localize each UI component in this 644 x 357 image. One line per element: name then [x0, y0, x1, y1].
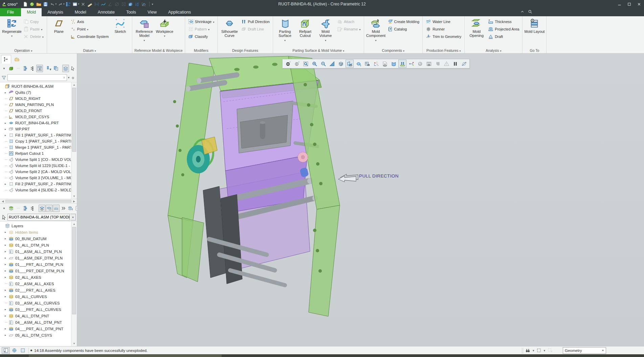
coordinate-system-button[interactable]: Coordinate System [69, 33, 110, 40]
section-view-button[interactable] [346, 60, 354, 68]
capped-section-button[interactable] [354, 60, 362, 68]
thickness-button[interactable]: Thickness [487, 18, 520, 25]
new-file-button[interactable] [22, 1, 28, 7]
tree-row-04-asm-all-dtm-pnt[interactable]: 04__ASM_ALL_DTM_PNT [0, 319, 77, 326]
tree-row-volume-split-2-ca-mold-volume[interactable]: Volume Split 2 [CA - MOLD VOLUME] [0, 169, 77, 175]
silhouette-curve-button[interactable]: Silhouette Curve [219, 17, 240, 47]
layer-isolate-button[interactable] [53, 205, 60, 212]
layers-collapse-caret-button[interactable]: ▼ [1, 205, 7, 212]
delete-button[interactable]: Delete [22, 33, 45, 40]
explode-view-button[interactable] [407, 60, 415, 68]
regenerate-button[interactable]: Regenerate [2, 17, 22, 47]
tab-mold[interactable]: Mold [21, 8, 42, 16]
datum-point-display-button[interactable] [93, 1, 99, 7]
shrinkage-button[interactable]: Shrinkage [187, 18, 216, 25]
select-pointer-button[interactable] [69, 65, 76, 72]
overflow-chevrons-button[interactable] [60, 205, 67, 212]
axis-button[interactable]: Axis [69, 18, 110, 25]
window-shade-button[interactable] [425, 60, 433, 68]
expander-icon[interactable] [5, 244, 8, 247]
tree-filter-input[interactable] [8, 76, 62, 80]
catalog-button[interactable]: Catalog [386, 25, 421, 33]
projected-area-button[interactable]: Projected Area [487, 25, 520, 33]
tree-row-05-all-dtm-csys[interactable]: 05_ALL_DTM_CSYS [0, 332, 77, 338]
sort-xyz-button[interactable] [134, 1, 140, 7]
tab-analysis[interactable]: Analysis [42, 8, 69, 16]
tree-row-03-asm-all-curves[interactable]: 03__ASM_ALL_CURVES [0, 300, 77, 306]
attach-button[interactable]: Attach [336, 18, 362, 25]
tab-view[interactable]: View [142, 8, 162, 16]
pull-direction-display-button[interactable] [398, 60, 406, 68]
expand-levels-button[interactable] [22, 65, 29, 72]
tree-row-volume-split-3-volume-1-mold-volume[interactable]: Volume Split 3 [VOLUME_1 - MOLD VOLUME] [0, 175, 77, 181]
tree-row-01-asm-all-dtm-pln[interactable]: 01__ASM_ALL_DTM_PLN [0, 248, 77, 255]
grip-dots-button[interactable]: ⋮ [15, 205, 22, 212]
expander-icon[interactable] [5, 269, 8, 272]
tree-row-02-all-axes[interactable]: 02_ALL_AXES [0, 274, 77, 280]
expand-levels-button[interactable] [22, 205, 29, 212]
tree-row-02-prt-all-axes[interactable]: 02___PRT_ALL_AXES [0, 287, 77, 293]
tab-annotate[interactable]: Annotate [92, 8, 120, 16]
classify-button[interactable]: Classify [187, 33, 216, 40]
expander-icon[interactable] [5, 134, 8, 137]
component-cube-button[interactable] [127, 1, 133, 7]
model-tree-tab[interactable] [1, 55, 11, 64]
appearance-button[interactable] [434, 60, 442, 68]
pull-direction-button[interactable]: Pull Direction [240, 18, 271, 25]
warning-button[interactable] [442, 60, 450, 68]
paste-button[interactable]: Paste [22, 25, 45, 33]
tree-row-volume-split-id-1229-slide-1-mold-volume[interactable]: Volume Split id 1229 [SLIDE-1 - MOLD VOL… [0, 163, 77, 169]
layer-show-button[interactable] [39, 205, 45, 212]
expander-icon[interactable] [5, 122, 8, 125]
filter-clear-icon[interactable]: × [62, 76, 66, 80]
layers-tree-scrollbar[interactable]: ▲▼ [71, 222, 77, 346]
create-molding-button[interactable]: Create Molding [386, 18, 421, 25]
graphics-viewport[interactable]: PULL DIRECTION [77, 54, 644, 346]
mold-opening-button[interactable]: Mold Opening [466, 17, 487, 47]
expander-icon[interactable] [5, 295, 8, 298]
expander-icon[interactable] [5, 334, 8, 337]
filter-add-button[interactable]: + [70, 75, 75, 81]
tree-row-00-buw-datum[interactable]: 00_BUW_DATUM [0, 235, 77, 242]
tree-row-volume-split-4-slide-2-mold-volume[interactable]: Volume Split 4 [SLIDE-2 - MOLD VOLUME] [0, 187, 77, 193]
sketch-button[interactable]: Sketch [110, 17, 130, 47]
runner-button[interactable]: Runner [424, 25, 463, 33]
show-layers-button[interactable] [62, 65, 69, 72]
expander-icon[interactable] [5, 289, 8, 292]
folder-browser-tab[interactable] [12, 55, 22, 64]
minimize-window-button[interactable] [615, 0, 624, 8]
zoom-out-button[interactable] [319, 60, 327, 68]
tree-row-merge-1-part-surf-1-parting-surface[interactable]: Merge 1 [PART_SURF_1 - PARTING SURFACE] [0, 144, 77, 150]
rename-button[interactable]: Rename [336, 25, 362, 33]
snapshot-button[interactable] [416, 60, 424, 68]
expander-icon[interactable] [5, 183, 8, 186]
reference-model-button[interactable]: Reference Model [134, 17, 154, 47]
mold-assembly-3d-model[interactable] [77, 54, 644, 346]
save-button[interactable] [43, 1, 49, 7]
collapse-levels-button[interactable] [29, 205, 36, 212]
expander-icon[interactable] [5, 250, 8, 253]
tree-row-fill-2-part-surf-2-parting-surface[interactable]: Fill 2 [PART_SURF_2 - PARTING SURFACE] [0, 181, 77, 187]
expander-icon[interactable] [5, 327, 8, 330]
tree-row-hidden-items[interactable]: Hidden Items [0, 229, 77, 235]
layer-model-combobox[interactable]: RUOT-BINHDA-6L.ASM (TOP MODEL, AC [7, 214, 70, 220]
view-manager-button[interactable] [390, 60, 398, 68]
expander-icon[interactable] [5, 231, 8, 234]
mold-layout-button[interactable]: Mold Layout [524, 17, 545, 47]
pattern-button[interactable]: Pattern [187, 25, 216, 33]
material-sphere-button[interactable] [29, 1, 35, 7]
filter-dropdown-button[interactable]: ▾ [68, 76, 70, 79]
tree-row-01-prt-def-dtm-pln[interactable]: 01___PRT_DEF_DTM_PLN [0, 268, 77, 274]
angle-button[interactable] [107, 1, 113, 7]
tree-filter-button[interactable] [46, 65, 52, 72]
tree-row-wp-prt[interactable]: WP.PRT [0, 126, 77, 132]
tree-row-fill-1-part-surf-1-parting-surface[interactable]: Fill 1 [PART_SURF_1 - PARTING SURFACE] [0, 132, 77, 138]
trim-to-geometry-button[interactable]: Trim to Geometry [424, 33, 463, 40]
sketch-display-button[interactable] [460, 60, 468, 68]
expander-icon[interactable] [5, 237, 8, 240]
sidebar-toggle-button[interactable] [2, 347, 10, 354]
mold-volume-button[interactable]: Mold Volume [315, 17, 336, 47]
close-window-button[interactable] [634, 0, 644, 8]
select-geometry-button[interactable] [546, 347, 554, 354]
grip-dots-button[interactable]: ⋮ [15, 65, 22, 72]
